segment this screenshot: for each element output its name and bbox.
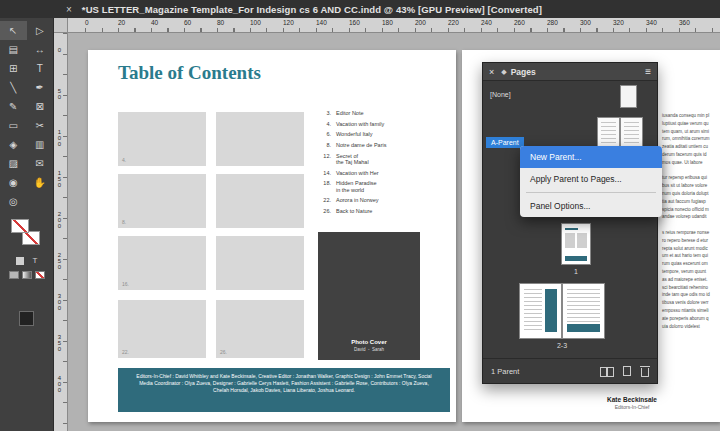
ruler-number: 320 xyxy=(613,19,646,26)
toc-title: Aorora in Norwey xyxy=(336,197,379,203)
apply-color-button[interactable] xyxy=(9,271,19,279)
toc-page-number: 12. xyxy=(318,153,331,165)
image-placeholder-frame[interactable] xyxy=(216,174,304,228)
eyedropper-tool[interactable]: ◉ xyxy=(0,173,27,192)
apply-gradient-button[interactable] xyxy=(22,271,32,279)
page-tool[interactable]: ▤ xyxy=(0,40,27,59)
pages-panel-title: Pages xyxy=(511,67,536,77)
toc-list[interactable]: 3.Editor Note4.Vacation with family6.Won… xyxy=(318,110,443,214)
pen-tool[interactable]: ✒ xyxy=(27,78,54,97)
page-1-label[interactable]: 1 xyxy=(561,268,591,275)
type-tool[interactable]: T xyxy=(27,59,54,78)
panel-collapse-icon[interactable]: ◆ xyxy=(501,68,506,76)
horizontal-ruler-numbers: 0204060801001201401601802002202402602803… xyxy=(85,19,712,26)
toc-page-number: 6. xyxy=(318,131,331,137)
toc-title: Secret of the Taj Mahal xyxy=(336,153,369,165)
panel-close-icon[interactable]: × xyxy=(489,67,494,77)
selection-tool[interactable]: ↖ xyxy=(0,21,27,40)
parent-a-thumbnail[interactable] xyxy=(597,117,643,149)
parent-a-item[interactable]: A-Parent xyxy=(486,137,524,148)
body-text-column[interactable]: iusanda consequ min pl luptiust quiae ve… xyxy=(662,112,716,330)
horizontal-ruler[interactable]: 0204060801001201401601802002202402602803… xyxy=(68,18,720,33)
pages-panel-header[interactable]: × ◆ Pages ≡ xyxy=(483,63,657,81)
screen-mode-button[interactable] xyxy=(19,311,34,326)
content-collector-tool[interactable]: ⊞ xyxy=(0,59,27,78)
rectangle-frame-tool[interactable]: ⊠ xyxy=(27,97,54,116)
page-1-thumbnail[interactable] xyxy=(561,223,591,265)
ruler-number: 20 xyxy=(118,19,151,26)
ruler-number: 260 xyxy=(514,19,547,26)
ruler-number: 180 xyxy=(382,19,415,26)
ruler-number: 140 xyxy=(316,19,349,26)
edit-page-size-icon[interactable] xyxy=(600,366,613,376)
editors-footer-block[interactable]: Editors-In-Chief : David Whitbley and Ka… xyxy=(118,368,450,412)
ruler-number: 5 0 xyxy=(54,88,65,100)
image-placeholder-frame[interactable] xyxy=(216,236,304,290)
note-tool[interactable]: ✉ xyxy=(27,154,54,173)
photo-caption[interactable]: Kate Beckinsale Editors-In-Chief xyxy=(572,396,692,410)
hand-tool[interactable]: ✋ xyxy=(27,173,54,192)
frame-page-number: 4. xyxy=(122,157,126,163)
scissors-tool[interactable]: ✂ xyxy=(27,116,54,135)
toc-title: Vacation with Her xyxy=(336,170,379,176)
photo-cover-frame[interactable]: Photo Cover David - Sarah xyxy=(318,232,420,360)
rectangle-tool[interactable]: ▭ xyxy=(0,116,27,135)
toc-entry: 8.Notre dame de Paris xyxy=(318,142,443,148)
ruler-number: 160 xyxy=(349,19,382,26)
ruler-number: 0 xyxy=(54,47,65,53)
spread-2-3-label[interactable]: 2-3 xyxy=(519,342,605,349)
menu-item-new-parent[interactable]: New Parent... xyxy=(520,146,662,168)
image-placeholder-frame[interactable]: 22. xyxy=(118,300,206,358)
ruler-number: 1 0 0 xyxy=(54,129,65,147)
parent-none-thumbnail[interactable] xyxy=(620,85,637,108)
gradient-swatch-tool[interactable]: ▥ xyxy=(27,135,54,154)
pencil-tool[interactable]: ✎ xyxy=(0,97,27,116)
pages-panel: × ◆ Pages ≡ [None] A-Parent 1 xyxy=(482,62,658,384)
ruler-number: 80 xyxy=(217,19,250,26)
ruler-number: 220 xyxy=(448,19,481,26)
delete-page-icon[interactable] xyxy=(641,368,649,377)
line-tool[interactable]: ╲ xyxy=(0,78,27,97)
zoom-tool[interactable]: ◎ xyxy=(0,192,27,211)
window-titlebar[interactable]: × *US LETTER_Magazine Template_For Indes… xyxy=(0,0,720,18)
fill-stroke-swatches[interactable] xyxy=(11,219,43,249)
ruler-number: 60 xyxy=(184,19,217,26)
image-placeholder-frame[interactable] xyxy=(216,112,304,166)
image-placeholder-frame[interactable]: 16. xyxy=(118,236,206,290)
panel-menu-icon[interactable]: ≡ xyxy=(645,66,651,77)
direct-selection-tool[interactable]: ▷ xyxy=(27,21,54,40)
toc-entry: 6.Wonderful Italy xyxy=(318,131,443,137)
toc-title: Hidden Paradise in the world xyxy=(336,180,377,192)
menu-item-panel-options[interactable]: Panel Options... xyxy=(520,195,662,217)
free-transform-tool[interactable]: ◈ xyxy=(0,135,27,154)
vertical-ruler[interactable]: 05 01 0 01 5 02 0 02 5 03 0 03 5 04 0 0 xyxy=(54,33,68,431)
document-page-1[interactable]: Table of Contents 4. 8. 16. 22. 26. 3.Ed… xyxy=(88,50,456,422)
apply-none-button[interactable] xyxy=(35,271,45,279)
parent-none-item[interactable]: [None] xyxy=(490,91,511,98)
toc-page-number: 22. xyxy=(318,197,331,203)
tools-panel: ↖▷▤↔⊞T╲✒✎⊠▭✂◈▥▨✉◉✋◎ T xyxy=(0,18,54,431)
ruler-origin-corner[interactable] xyxy=(54,18,68,33)
formatting-container-icon[interactable] xyxy=(16,257,24,265)
fill-swatch[interactable] xyxy=(11,219,29,233)
toc-entry: 4.Vacation with family xyxy=(318,121,443,127)
image-placeholder-frame[interactable]: 26. xyxy=(216,300,304,358)
thumbnail-art xyxy=(565,256,587,261)
menu-item-apply-parent[interactable]: Apply Parent to Pages... xyxy=(520,168,662,190)
toc-entry: 3.Editor Note xyxy=(318,110,443,116)
image-placeholder-frame[interactable]: 4. xyxy=(118,112,206,166)
blank-slot[interactable] xyxy=(27,192,54,211)
image-placeholder-frame[interactable]: 8. xyxy=(118,174,206,228)
ruler-number: 200 xyxy=(415,19,448,26)
ruler-number: 340 xyxy=(646,19,679,26)
frame-page-number: 22. xyxy=(122,349,129,355)
toc-heading[interactable]: Table of Contents xyxy=(118,62,261,84)
gap-tool[interactable]: ↔ xyxy=(27,40,54,59)
gradient-feather-tool[interactable]: ▨ xyxy=(0,154,27,173)
stroke-swatch[interactable] xyxy=(22,231,40,245)
close-document-icon[interactable]: × xyxy=(66,4,72,15)
pages-panel-footer: 1 Parent xyxy=(483,358,657,383)
spread-2-3-thumbnail[interactable] xyxy=(519,283,605,339)
new-page-icon[interactable] xyxy=(623,366,631,376)
formatting-text-icon[interactable]: T xyxy=(33,256,38,265)
